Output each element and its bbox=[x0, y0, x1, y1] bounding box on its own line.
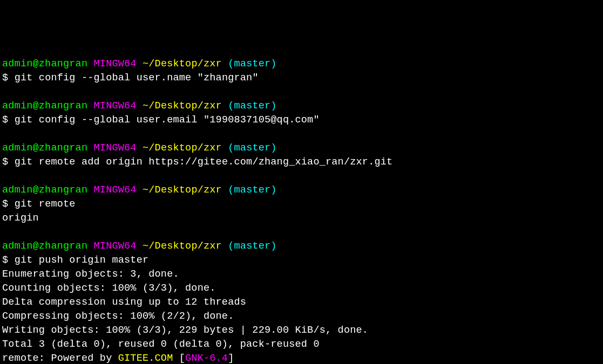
command-text: git remote add origin https://gitee.com/… bbox=[15, 156, 393, 168]
command-text: git remote bbox=[15, 198, 76, 210]
blank-line bbox=[2, 85, 601, 99]
terminal-output[interactable]: admin@zhangran MINGW64 ~/Desktop/zxr (ma… bbox=[2, 57, 601, 364]
cwd-path: ~/Desktop/zxr bbox=[143, 58, 222, 70]
cwd-path: ~/Desktop/zxr bbox=[143, 184, 222, 196]
command-line: $ git config --global user.name "zhangra… bbox=[2, 71, 601, 85]
user-host: admin@zhangran bbox=[2, 58, 87, 70]
user-host: admin@zhangran bbox=[2, 142, 87, 154]
output-line-remote: remote: Powered by GITEE.COM [GNK-6.4] bbox=[2, 352, 601, 364]
gitee-label: GITEE.COM bbox=[118, 353, 173, 364]
prompt-dollar: $ bbox=[2, 255, 8, 266]
mingw-label: MINGW64 bbox=[94, 58, 137, 70]
bracket-close: ] bbox=[228, 353, 234, 364]
bracket-open: [ bbox=[173, 353, 185, 364]
command-text: git config --global user.email "19908371… bbox=[15, 114, 320, 126]
prompt-dollar: $ bbox=[2, 198, 8, 210]
remote-prefix: remote: Powered by bbox=[2, 353, 118, 364]
user-host: admin@zhangran bbox=[2, 241, 87, 252]
mingw-label: MINGW64 bbox=[94, 241, 137, 252]
output-line: Counting objects: 100% (3/3), done. bbox=[2, 281, 601, 296]
branch-label: (master) bbox=[228, 100, 276, 112]
command-line: $ git push origin master bbox=[2, 253, 601, 267]
command-text: git config --global user.name "zhangran" bbox=[15, 72, 259, 84]
command-text: git push origin master bbox=[15, 255, 149, 266]
cwd-path: ~/Desktop/zxr bbox=[143, 142, 222, 154]
command-line: $ git remote add origin https://gitee.co… bbox=[2, 155, 601, 169]
user-host: admin@zhangran bbox=[2, 100, 87, 112]
branch-label: (master) bbox=[228, 58, 276, 70]
output-line: Enumerating objects: 3, done. bbox=[2, 267, 601, 281]
output-line: origin bbox=[2, 211, 601, 225]
command-line: $ git config --global user.email "199083… bbox=[2, 113, 601, 127]
mingw-label: MINGW64 bbox=[94, 142, 137, 154]
output-line: Delta compression using up to 12 threads bbox=[2, 296, 601, 310]
prompt-line: admin@zhangran MINGW64 ~/Desktop/zxr (ma… bbox=[2, 141, 601, 155]
prompt-dollar: $ bbox=[2, 72, 8, 84]
output-line: Compressing objects: 100% (2/2), done. bbox=[2, 310, 601, 324]
user-host: admin@zhangran bbox=[2, 184, 87, 196]
prompt-line: admin@zhangran MINGW64 ~/Desktop/zxr (ma… bbox=[2, 239, 601, 253]
output-line: Total 3 (delta 0), reused 0 (delta 0), p… bbox=[2, 338, 601, 352]
prompt-line: admin@zhangran MINGW64 ~/Desktop/zxr (ma… bbox=[2, 183, 601, 197]
prompt-line: admin@zhangran MINGW64 ~/Desktop/zxr (ma… bbox=[2, 99, 601, 113]
branch-label: (master) bbox=[228, 184, 276, 196]
prompt-dollar: $ bbox=[2, 156, 8, 168]
prompt-line: admin@zhangran MINGW64 ~/Desktop/zxr (ma… bbox=[2, 57, 601, 71]
prompt-dollar: $ bbox=[2, 114, 8, 126]
blank-line bbox=[2, 225, 601, 239]
command-line: $ git remote bbox=[2, 197, 601, 211]
cwd-path: ~/Desktop/zxr bbox=[143, 100, 222, 112]
branch-label: (master) bbox=[228, 241, 276, 252]
blank-line bbox=[2, 127, 601, 141]
blank-line bbox=[2, 169, 601, 183]
mingw-label: MINGW64 bbox=[94, 184, 137, 196]
branch-label: (master) bbox=[228, 142, 276, 154]
cwd-path: ~/Desktop/zxr bbox=[143, 241, 222, 252]
output-line: Writing objects: 100% (3/3), 229 bytes |… bbox=[2, 324, 601, 338]
gnk-label: GNK-6.4 bbox=[185, 353, 228, 364]
mingw-label: MINGW64 bbox=[94, 100, 137, 112]
